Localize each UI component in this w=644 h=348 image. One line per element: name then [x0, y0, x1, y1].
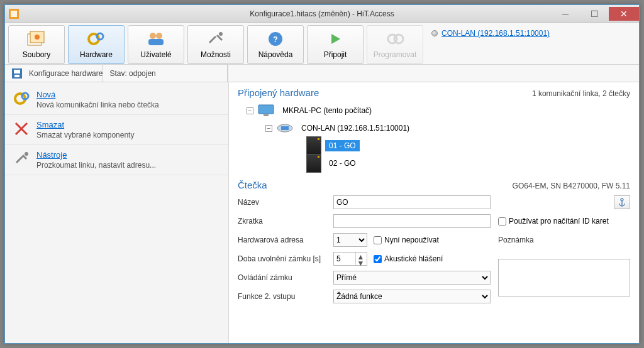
svg-rect-18	[14, 75, 19, 77]
collapse-icon[interactable]: −	[265, 125, 272, 132]
toolbar-moznosti[interactable]: Možnosti	[187, 25, 244, 64]
main-toolbar: Soubory Hardware Uživatelé Možnosti ? Ná…	[5, 23, 639, 65]
sidebar-desc: Prozkoumat linku, nastavit adresu...	[36, 161, 156, 170]
new-icon	[13, 90, 30, 107]
subbar-label: Konfigurace hardware	[29, 69, 103, 78]
toolbar-uzivatele[interactable]: Uživatelé	[128, 25, 184, 64]
action-sidebar: Nová Nová komunikační linka nebo čtečka …	[5, 82, 229, 343]
svg-point-23	[25, 152, 28, 156]
sidebar-desc: Nová komunikační linka nebo čtečka	[36, 101, 159, 109]
computer-icon	[257, 104, 275, 117]
files-icon	[26, 30, 47, 48]
reader-icon	[306, 154, 321, 173]
check-not-use[interactable]	[374, 236, 382, 244]
options-icon	[206, 30, 226, 48]
tree-root[interactable]: − MKRAL-PC (tento počítač)	[247, 102, 630, 119]
sidebar-link-smazat[interactable]: Smazat	[36, 120, 64, 129]
reader-icon	[306, 136, 321, 155]
toolbar-pripojit[interactable]: Připojit	[307, 25, 364, 64]
spin-down-icon[interactable]: ▼	[356, 259, 365, 265]
svg-rect-27	[281, 126, 289, 130]
label-nazev: Název	[238, 198, 326, 207]
main-panel: Připojený hardware 1 komunikační linka, …	[229, 82, 639, 343]
tree-reader-2[interactable]: 02 - GO	[306, 155, 630, 172]
label-func2: Funkce 2. vstupu	[238, 292, 326, 301]
label-lockctrl: Ovládání zámku	[238, 273, 326, 282]
select-hwaddr[interactable]: 1	[333, 233, 367, 247]
textarea-note[interactable]	[498, 259, 630, 296]
svg-point-4	[35, 35, 40, 40]
help-icon: ?	[265, 30, 286, 48]
sidebar-item-smazat[interactable]: Smazat Smazat vybrané komponenty	[5, 115, 228, 145]
sidebar-link-nastroje[interactable]: Nástroje	[36, 150, 67, 160]
hardware-tree: − MKRAL-PC (tento počítač) − CON-LAN (19…	[247, 102, 630, 172]
collapse-icon[interactable]: −	[247, 107, 253, 114]
delete-icon	[13, 120, 30, 138]
maximize-button[interactable]: ☐	[580, 7, 609, 21]
connection-state: Stav: odpojen	[103, 65, 228, 82]
converter-icon	[276, 123, 294, 133]
sidebar-item-nova[interactable]: Nová Nová komunikační linka nebo čtečka	[5, 85, 228, 115]
check-acoustic[interactable]	[374, 255, 382, 263]
tree-reader-1[interactable]: 01 - GO	[306, 137, 630, 155]
svg-point-15	[394, 35, 403, 43]
select-func2[interactable]: Žádná funkce	[333, 290, 491, 303]
minimize-button[interactable]: ─	[551, 7, 580, 21]
label-unlock: Doba uvolnění zámku [s]	[238, 254, 326, 263]
sidebar-desc: Smazat vybrané komponenty	[36, 131, 134, 139]
select-lockctrl[interactable]: Přímé	[333, 271, 491, 285]
spin-unlock[interactable]: ▲▼	[333, 252, 367, 266]
label-hwaddr: Hardwarová adresa	[238, 236, 326, 244]
svg-text:?: ?	[273, 35, 277, 44]
status-led-icon	[431, 30, 438, 36]
hardware-icon	[86, 30, 106, 48]
app-icon	[9, 9, 19, 19]
check-use-cards[interactable]	[498, 217, 506, 226]
svg-rect-25	[264, 114, 269, 116]
tools-icon	[13, 150, 30, 168]
input-zkratka[interactable]	[333, 214, 491, 228]
svg-point-6	[97, 33, 103, 40]
toolbar-soubory[interactable]: Soubory	[8, 25, 65, 64]
hw-summary: 1 komunikační linka, 2 čtečky	[532, 89, 630, 98]
svg-rect-9	[148, 39, 164, 45]
toolbar-napoveda[interactable]: ? Nápověda	[247, 25, 304, 64]
sidebar-item-nastroje[interactable]: Nástroje Prozkoumat linku, nastavit adre…	[5, 145, 228, 175]
svg-rect-1	[11, 11, 17, 17]
svg-rect-24	[258, 105, 274, 114]
connection-indicator: CON-LAN (192.168.1.51:10001)	[426, 25, 636, 64]
connection-link[interactable]: CON-LAN (192.168.1.51:10001)	[441, 29, 550, 38]
close-button[interactable]: ✕	[609, 7, 639, 21]
svg-marker-13	[331, 34, 340, 44]
toolbar-hardware[interactable]: Hardware	[68, 25, 125, 64]
users-icon	[146, 30, 166, 48]
hw-section-title: Připojený hardware	[238, 87, 319, 98]
svg-rect-17	[14, 70, 20, 73]
toolbar-programovat[interactable]: Programovat	[367, 25, 423, 64]
svg-point-7	[150, 33, 156, 39]
title-bar: Konfigurace1.hitacs (změněn) - HiT.Acces…	[5, 5, 639, 23]
sidebar-link-nova[interactable]: Nová	[36, 90, 55, 99]
program-icon	[385, 30, 405, 48]
anchor-button[interactable]	[614, 195, 630, 209]
reader-section-title: Čtečka	[238, 180, 267, 190]
sub-toolbar: Konfigurace hardware Stav: odpojen	[5, 65, 639, 82]
spin-up-icon[interactable]: ▲	[356, 253, 365, 259]
label-zkratka: Zkratka	[238, 217, 326, 226]
svg-point-10	[219, 32, 223, 36]
window-title: Konfigurace1.hitacs (změněn) - HiT.Acces…	[5, 9, 639, 18]
tree-link[interactable]: − CON-LAN (192.168.1.51:10001)	[265, 119, 630, 137]
connect-icon	[325, 30, 345, 48]
svg-point-8	[156, 33, 162, 39]
reader-info: GO64-EM, SN B4270000, FW 5.11	[513, 182, 630, 190]
label-note: Poznámka	[498, 236, 630, 244]
input-nazev[interactable]	[333, 195, 491, 209]
app-window: Konfigurace1.hitacs (změněn) - HiT.Acces…	[4, 4, 640, 344]
save-button[interactable]	[8, 66, 26, 81]
